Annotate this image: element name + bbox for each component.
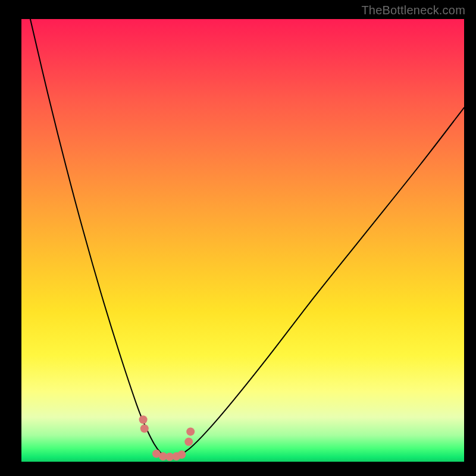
marker-dot: [184, 438, 193, 446]
curve-layer: [21, 19, 464, 462]
marker-dot: [139, 415, 148, 424]
marker-dot: [140, 424, 149, 433]
chart-frame: TheBottleneck.com: [0, 0, 476, 476]
watermark-text: TheBottleneck.com: [361, 4, 465, 17]
highlight-markers: [139, 415, 195, 461]
marker-dot: [186, 427, 195, 436]
bottleneck-curve: [30, 19, 464, 458]
plot-area: [21, 19, 464, 462]
marker-dot: [177, 450, 186, 459]
